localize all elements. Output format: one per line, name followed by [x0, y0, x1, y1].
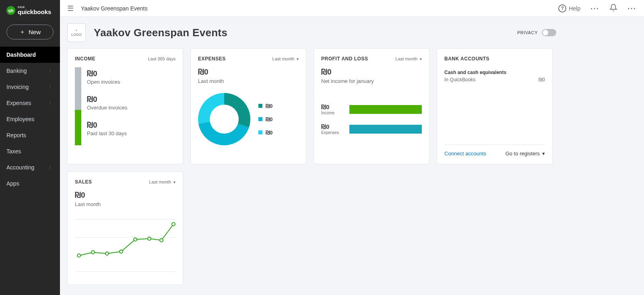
legend-1: ₪0 [266, 103, 272, 109]
sales-period-label: Last month [149, 179, 171, 184]
sales-period-selector[interactable]: Last month▾ [149, 179, 175, 184]
privacy-toggle[interactable] [542, 29, 556, 36]
nav-reports[interactable]: Reports [0, 127, 60, 143]
bank-row-value: ₪0 [539, 77, 545, 83]
chevron-right-icon: 〉 [49, 100, 54, 106]
nav-expenses-label: Expenses [6, 100, 31, 106]
paid-value: ₪0 [87, 120, 127, 130]
logo-text: LOGO [71, 33, 82, 37]
income-bar-paid [75, 110, 81, 145]
overdue-invoices-label: Overdue invoices [87, 105, 127, 111]
pl-income-label: Income [321, 111, 344, 115]
pl-title: PROFIT AND LOSS [321, 56, 368, 62]
chevron-right-icon: 〉 [49, 84, 54, 90]
pl-expenses-bar [349, 125, 422, 134]
income-bar-open [75, 67, 81, 110]
brand-logo-area[interactable]: qb intuit quickbooks [0, 0, 60, 21]
nav-dashboard[interactable]: Dashboard [0, 47, 60, 63]
new-label: New [29, 29, 41, 35]
chevron-right-icon: 〉 [49, 68, 54, 74]
notifications-icon[interactable] [609, 4, 617, 13]
nav-employees[interactable]: Employees [0, 111, 60, 127]
plus-icon: + [75, 29, 77, 33]
income-bar [75, 67, 81, 145]
connect-accounts-link[interactable]: Connect accounts [444, 151, 486, 157]
pl-income-bar [349, 105, 422, 114]
nav-expenses[interactable]: Expenses〉 [0, 95, 60, 111]
svg-point-4 [91, 251, 95, 254]
page-title: Yaakov Greenspan Events [94, 27, 227, 39]
chevron-right-icon: 〉 [49, 165, 54, 171]
sales-card: SALES Last month▾ ₪0 Last month [67, 171, 183, 285]
nav-accounting[interactable]: Accounting〉 [0, 159, 60, 175]
nav-accounting-label: Accounting [6, 164, 34, 171]
sidebar: qb intuit quickbooks ＋ New Dashboard Ban… [0, 0, 60, 295]
plus-icon: ＋ [19, 28, 25, 36]
svg-point-9 [160, 239, 163, 242]
svg-point-3 [77, 254, 80, 257]
income-card: INCOME Last 365 days ₪0Open invoices ₪0O… [67, 48, 183, 164]
pl-sub: Net income for january [321, 78, 422, 84]
income-title: INCOME [75, 56, 95, 62]
hamburger-icon[interactable]: ☰ [67, 4, 74, 13]
privacy-label: PRIVACY [517, 30, 538, 35]
nav-employees-label: Employees [6, 116, 34, 122]
swatch-icon [258, 104, 262, 108]
swatch-icon [258, 130, 262, 134]
expenses-period-selector[interactable]: Last month▾ [272, 56, 299, 61]
nav-list: Dashboard Banking〉 Invoicing〉 Expenses〉 … [0, 47, 60, 192]
expenses-donut-chart [198, 93, 250, 145]
sales-sub: Last month [75, 201, 175, 207]
nav-apps-label: Apps [6, 180, 19, 187]
help-label: Help [569, 5, 580, 12]
svg-point-6 [120, 250, 123, 253]
income-period: Last 365 days [148, 56, 176, 61]
page-header: + LOGO Yaakov Greenspan Events PRIVACY [60, 17, 644, 48]
bank-title: BANK ACCOUNTS [444, 56, 489, 62]
nav-banking[interactable]: Banking〉 [0, 63, 60, 79]
expenses-sub: Last month [198, 78, 299, 84]
bank-accounts-card: BANK ACCOUNTS Cash and cash equivalents … [437, 48, 553, 164]
svg-point-8 [148, 237, 151, 240]
pl-period-label: Last month [396, 56, 417, 61]
pl-expenses-value: ₪0 [321, 123, 344, 130]
bank-subtitle: Cash and cash equivalents [444, 70, 545, 75]
chevron-down-icon: ▾ [542, 151, 545, 157]
overflow-menu-icon[interactable]: ⋯ [627, 3, 637, 14]
expenses-total: ₪0 [198, 67, 299, 76]
more-menu-icon[interactable]: ⋯ [590, 3, 600, 14]
nav-apps[interactable]: Apps [0, 175, 60, 192]
chevron-down-icon: ▾ [173, 180, 175, 184]
topbar-company: Yaakov Greenspan Events [81, 5, 148, 12]
add-logo-button[interactable]: + LOGO [67, 23, 86, 42]
pl-period-selector[interactable]: Last month▾ [396, 56, 422, 61]
nav-taxes[interactable]: Taxes [0, 143, 60, 159]
nav-reports-label: Reports [6, 132, 26, 138]
nav-invoicing-label: Invoicing [6, 84, 29, 90]
nav-banking-label: Banking [6, 68, 27, 74]
sales-line-chart [75, 215, 176, 276]
svg-point-10 [172, 223, 175, 226]
svg-point-5 [105, 252, 109, 255]
profit-loss-card: PROFIT AND LOSS Last month▾ ₪0 Net incom… [314, 48, 429, 164]
pl-expenses-label: Expenses [321, 130, 344, 135]
expenses-period-label: Last month [272, 56, 294, 61]
sales-title: SALES [75, 179, 92, 185]
help-button[interactable]: ? Help [558, 4, 580, 12]
open-invoices-label: Open invoices [87, 79, 127, 85]
go-to-registers-link[interactable]: Go to registers▾ [506, 151, 545, 157]
pl-income-value: ₪0 [321, 103, 344, 111]
new-button[interactable]: ＋ New [6, 25, 54, 39]
overdue-invoices-value: ₪0 [87, 95, 127, 104]
paid-label: Paid last 30 days [87, 130, 127, 136]
open-invoices-value: ₪0 [87, 69, 127, 78]
nav-dashboard-label: Dashboard [6, 52, 36, 58]
svg-point-7 [134, 238, 137, 241]
nav-invoicing[interactable]: Invoicing〉 [0, 79, 60, 95]
brand-big: quickbooks [18, 9, 51, 15]
bank-row-label: In QuickBooks [444, 77, 475, 83]
nav-taxes-label: Taxes [6, 148, 21, 155]
legend-3: ₪0 [266, 130, 272, 136]
expenses-card: EXPENSES Last month▾ ₪0 Last month ₪0 ₪0… [190, 48, 306, 164]
help-icon: ? [558, 4, 566, 12]
